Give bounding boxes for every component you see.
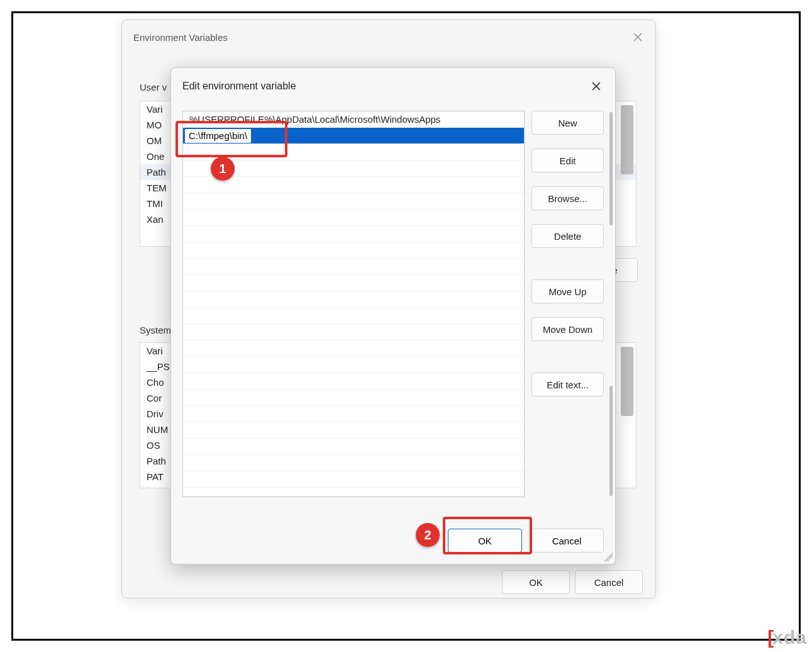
path-entry[interactable] xyxy=(183,242,524,259)
resize-grip-icon[interactable] xyxy=(604,553,613,561)
ok-cancel-row: OK Cancel xyxy=(448,529,604,553)
scrollbar[interactable] xyxy=(621,105,633,174)
edit-titlebar: Edit environment variable xyxy=(171,68,615,104)
watermark-text: xda xyxy=(772,627,807,648)
edit-environment-variable-dialog: Edit environment variable %USERPROFILE%\… xyxy=(170,67,616,565)
path-entry[interactable] xyxy=(183,340,524,357)
scrollbar[interactable] xyxy=(609,386,613,496)
path-entry[interactable] xyxy=(183,471,524,488)
close-icon[interactable] xyxy=(625,28,650,47)
path-entry[interactable] xyxy=(183,193,524,210)
edit-button[interactable]: Edit xyxy=(531,149,604,172)
path-entry[interactable] xyxy=(183,357,524,373)
path-entry[interactable] xyxy=(183,275,524,291)
path-entries-list[interactable]: %USERPROFILE%\AppData\Local\Microsoft\Wi… xyxy=(182,111,525,497)
path-entry[interactable] xyxy=(183,324,524,340)
cancel-button[interactable]: Cancel xyxy=(530,529,604,553)
envvars-ok-button[interactable]: OK xyxy=(502,570,570,594)
path-entry[interactable] xyxy=(183,455,524,471)
delete-button[interactable]: Delete xyxy=(531,224,604,248)
path-entry[interactable] xyxy=(183,390,524,406)
move-up-button[interactable]: Move Up xyxy=(531,279,604,303)
path-entry[interactable] xyxy=(183,439,524,455)
path-entry[interactable]: %USERPROFILE%\AppData\Local\Microsoft\Wi… xyxy=(183,111,524,128)
path-entry[interactable] xyxy=(183,160,524,177)
envvars-title: Environment Variables xyxy=(133,32,228,43)
edit-text-button[interactable]: Edit text... xyxy=(531,373,604,396)
browse-button[interactable]: Browse... xyxy=(531,186,604,210)
xda-watermark: [ xda xyxy=(767,627,807,648)
path-entry[interactable] xyxy=(183,144,524,160)
new-button[interactable]: New xyxy=(531,111,604,135)
envvars-titlebar: Environment Variables xyxy=(122,20,655,54)
envvars-cancel-button[interactable]: Cancel xyxy=(575,570,643,594)
path-entry[interactable] xyxy=(183,422,524,439)
scrollbar[interactable] xyxy=(609,112,613,225)
ok-button[interactable]: OK xyxy=(448,529,522,553)
path-entry[interactable] xyxy=(183,210,524,226)
path-entry[interactable] xyxy=(183,406,524,422)
screenshot-frame: Environment Variables User v Vari MO OM … xyxy=(11,11,801,641)
path-entry[interactable] xyxy=(183,308,524,324)
path-entry[interactable] xyxy=(183,177,524,193)
user-variables-label: User v xyxy=(140,82,167,93)
edit-dialog-title: Edit environment variable xyxy=(182,81,296,92)
path-entry[interactable] xyxy=(183,291,524,308)
path-entry-editing[interactable]: C:\ffmpeg\bin\ xyxy=(183,128,524,144)
path-edit-input[interactable]: C:\ffmpeg\bin\ xyxy=(184,128,252,143)
move-down-button[interactable]: Move Down xyxy=(531,317,604,341)
system-variables-label: System xyxy=(140,325,171,335)
path-entry[interactable] xyxy=(183,373,524,390)
scrollbar[interactable] xyxy=(621,347,633,416)
path-entry[interactable] xyxy=(183,259,524,275)
close-icon[interactable] xyxy=(584,77,609,96)
path-entry[interactable] xyxy=(183,226,524,242)
